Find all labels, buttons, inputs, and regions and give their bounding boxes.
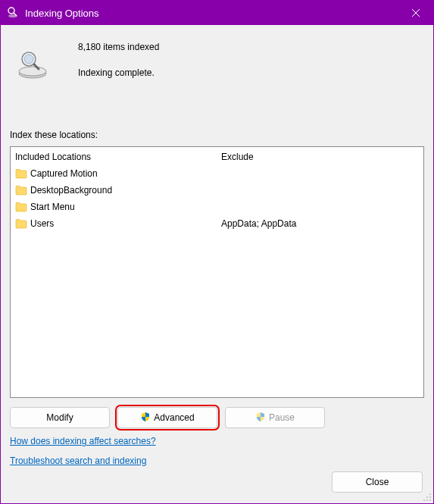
- folder-icon: [15, 168, 29, 179]
- button-row: Modify Advanced: [10, 407, 424, 428]
- window-close-button[interactable]: [398, 1, 433, 25]
- table-row[interactable]: Captured Motion: [15, 165, 419, 182]
- column-header-exclude[interactable]: Exclude: [221, 152, 419, 162]
- svg-point-10: [429, 493, 431, 495]
- svg-point-15: [429, 499, 431, 501]
- location-name: Captured Motion: [29, 168, 221, 179]
- indexing-options-window: Indexing Options 8,180 items indexed: [0, 0, 434, 504]
- footer: Close: [332, 471, 423, 493]
- table-row[interactable]: DesktopBackground: [15, 182, 419, 199]
- shield-icon: [140, 412, 151, 424]
- svg-point-13: [423, 499, 425, 501]
- folder-icon: [15, 202, 29, 212]
- troubleshoot-link[interactable]: Troubleshoot search and indexing: [10, 455, 146, 466]
- locations-section-label: Index these locations:: [10, 130, 424, 140]
- svg-point-11: [426, 496, 428, 498]
- location-name: Start Menu: [29, 202, 221, 212]
- shield-icon: [255, 412, 266, 424]
- folder-icon: [15, 218, 29, 229]
- advanced-button-label: Advanced: [154, 412, 194, 423]
- svg-point-6: [19, 67, 46, 76]
- pause-button-label: Pause: [269, 412, 295, 423]
- advanced-button[interactable]: Advanced: [117, 407, 217, 428]
- column-header-included[interactable]: Included Locations: [15, 152, 221, 162]
- links-area: How does indexing affect searches? Troub…: [10, 436, 424, 475]
- how-link[interactable]: How does indexing affect searches?: [10, 436, 156, 446]
- content-area: 8,180 items indexed Indexing complete. I…: [1, 25, 433, 503]
- magnifier-icon: [10, 37, 55, 81]
- table-row[interactable]: UsersAppData; AppData: [15, 215, 419, 232]
- modify-button[interactable]: Modify: [10, 407, 110, 428]
- rows-container: Captured MotionDesktopBackgroundStart Me…: [11, 165, 423, 232]
- svg-point-12: [429, 496, 431, 498]
- column-headers: Included Locations Exclude: [11, 147, 423, 165]
- app-icon: [7, 6, 19, 20]
- table-row[interactable]: Start Menu: [15, 199, 419, 215]
- items-indexed-label: 8,180 items indexed: [78, 42, 159, 52]
- svg-point-8: [24, 55, 33, 64]
- folder-icon: [15, 185, 29, 196]
- resize-grip[interactable]: [423, 493, 432, 502]
- indexing-state-label: Indexing complete.: [78, 67, 159, 78]
- status-text: 8,180 items indexed Indexing complete.: [55, 37, 159, 93]
- exclude-value: AppData; AppData: [221, 218, 419, 229]
- status-area: 8,180 items indexed Indexing complete.: [10, 37, 424, 93]
- locations-listbox[interactable]: Included Locations Exclude Captured Moti…: [10, 146, 424, 398]
- pause-button: Pause: [225, 407, 325, 428]
- svg-point-2: [8, 14, 17, 17]
- location-name: Users: [29, 218, 221, 229]
- titlebar: Indexing Options: [1, 1, 433, 25]
- svg-point-0: [8, 8, 14, 14]
- location-name: DesktopBackground: [29, 185, 221, 196]
- window-title: Indexing Options: [25, 8, 398, 19]
- close-button[interactable]: Close: [332, 471, 423, 493]
- close-icon: [411, 8, 420, 17]
- svg-point-14: [426, 499, 428, 501]
